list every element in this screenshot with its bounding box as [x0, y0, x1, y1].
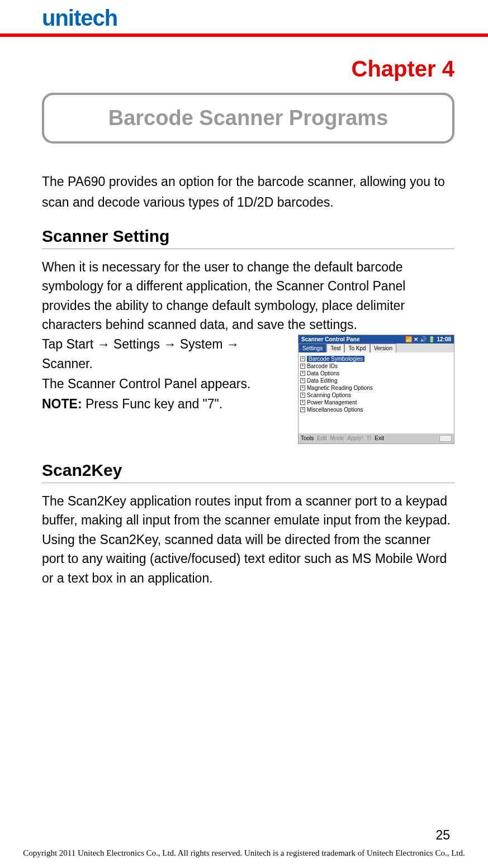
scanner-setting-path: Tap Start → Settings → System → Scanner. — [42, 335, 287, 374]
btn-edit[interactable]: Edit — [317, 435, 326, 441]
scan2key-body: The Scan2Key application routes input fr… — [42, 492, 454, 588]
volume-icon: 🔊 — [420, 336, 427, 342]
divider — [42, 249, 454, 249]
btn-mode[interactable]: Mode — [330, 435, 344, 441]
tree-label: Barcode Symbologies — [307, 356, 364, 362]
screenshot-scanner-control-panel: Scanner Control Pane 📶 ✕ 🔊 🔋 12:08 Setti… — [298, 335, 454, 444]
heading-scan2key: Scan2Key — [42, 461, 454, 480]
scanner-setting-para1: When it is necessary for the user to cha… — [42, 257, 454, 335]
screenshot-status-icons: 📶 ✕ 🔊 🔋 12:08 — [405, 336, 451, 342]
battery-icon: 🔋 — [428, 336, 435, 342]
screenshot-time: 12:08 — [437, 336, 451, 342]
screenshot-titlebar: Scanner Control Pane 📶 ✕ 🔊 🔋 12:08 — [299, 335, 454, 344]
screenshot-title: Scanner Control Pane — [301, 336, 359, 342]
expand-icon[interactable]: + — [300, 378, 305, 383]
tab-to-kpd[interactable]: To Kpd — [344, 344, 369, 352]
tree-label: Data Editing — [307, 378, 337, 384]
expand-icon[interactable]: + — [300, 393, 305, 398]
chapter-title-box: Barcode Scanner Programs — [42, 93, 454, 144]
expand-icon[interactable]: + — [300, 407, 305, 412]
note-label: NOTE: — [42, 397, 82, 411]
heading-scanner-setting: Scanner Setting — [42, 227, 454, 246]
scanner-setting-note: NOTE: Press Func key and "7". — [42, 394, 287, 414]
screenshot-tabs: Settings Test To Kpd Version — [299, 344, 454, 352]
header-red-bar — [0, 34, 488, 37]
scanner-setting-appears: The Scanner Control Panel appears. — [42, 374, 287, 394]
divider — [42, 483, 454, 483]
tree-label: Scanning Options — [307, 392, 351, 398]
page-number: 25 — [435, 828, 450, 843]
signal-icon: 📶 — [405, 336, 412, 342]
tab-test[interactable]: Test — [326, 344, 344, 352]
btn-ti[interactable]: TI — [366, 435, 371, 441]
btn-apply[interactable]: Apply! — [348, 435, 363, 441]
tree-item[interactable]: +Barcode IDs — [300, 363, 452, 370]
logo: unitech — [42, 6, 454, 31]
tree-item[interactable]: +Magnetic Reading Options — [300, 384, 452, 392]
copyright-footer: Copyright 2011 Unitech Electronics Co., … — [0, 848, 488, 858]
chapter-label: Chapter 4 — [42, 56, 454, 82]
tab-settings[interactable]: Settings — [299, 344, 326, 352]
tree-item[interactable]: +Scanning Options — [300, 392, 452, 399]
btn-tools[interactable]: Tools — [301, 435, 314, 441]
expand-icon[interactable]: + — [300, 364, 305, 369]
tree-item[interactable]: +Miscellaneous Options — [300, 406, 452, 413]
note-text: Press Func key and "7". — [82, 397, 223, 411]
screenshot-tree: +Barcode Symbologies +Barcode IDs +Data … — [299, 352, 454, 433]
keyboard-icon[interactable] — [439, 435, 452, 442]
tree-label: Magnetic Reading Options — [307, 385, 373, 391]
tree-item[interactable]: +Data Editing — [300, 377, 452, 384]
close-icon: ✕ — [414, 336, 418, 342]
intro-paragraph: The PA690 provides an option for the bar… — [42, 171, 454, 213]
tree-label: Data Options — [307, 370, 339, 376]
expand-icon[interactable]: + — [300, 385, 305, 390]
btn-exit[interactable]: Exit — [375, 435, 384, 441]
tree-label: Power Management — [307, 399, 357, 406]
tree-item[interactable]: +Power Management — [300, 399, 452, 406]
tree-label: Miscellaneous Options — [307, 407, 363, 413]
expand-icon[interactable]: + — [300, 371, 305, 376]
tree-item[interactable]: +Barcode Symbologies — [300, 355, 452, 363]
expand-icon[interactable]: + — [300, 356, 305, 361]
chapter-title: Barcode Scanner Programs — [61, 106, 435, 130]
screenshot-bottombar: Tools Edit Mode Apply! TI Exit — [299, 433, 454, 443]
tree-item[interactable]: +Data Options — [300, 370, 452, 377]
expand-icon[interactable]: + — [300, 400, 305, 405]
tree-label: Barcode IDs — [307, 363, 338, 369]
tab-version[interactable]: Version — [370, 344, 396, 352]
